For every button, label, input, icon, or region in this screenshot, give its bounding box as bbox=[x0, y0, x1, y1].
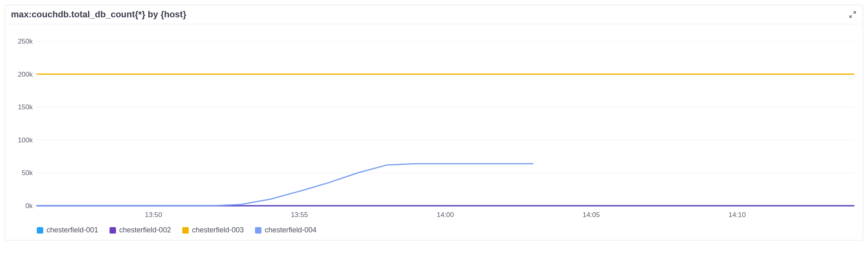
chart-widget: max:couchdb.total_db_count{*} by {host} … bbox=[5, 5, 863, 240]
y-tick-label: 250k bbox=[18, 38, 33, 45]
legend-label: chesterfield-003 bbox=[192, 226, 244, 234]
x-tick-label: 13:50 bbox=[145, 211, 162, 219]
series-line-chesterfield-004[interactable] bbox=[37, 164, 533, 206]
legend-item-chesterfield-001[interactable]: chesterfield-001 bbox=[37, 226, 98, 234]
y-tick-label: 0k bbox=[25, 202, 33, 210]
x-tick-label: 14:05 bbox=[583, 211, 600, 219]
x-tick-label: 14:10 bbox=[729, 211, 746, 219]
legend-swatch bbox=[255, 227, 261, 234]
legend: chesterfield-001chesterfield-002chesterf… bbox=[5, 222, 863, 240]
legend-label: chesterfield-001 bbox=[46, 226, 98, 234]
chart-title: max:couchdb.total_db_count{*} by {host} bbox=[11, 9, 186, 20]
y-tick-label: 100k bbox=[18, 136, 33, 144]
legend-swatch bbox=[182, 227, 189, 234]
legend-item-chesterfield-004[interactable]: chesterfield-004 bbox=[255, 226, 316, 234]
expand-icon[interactable] bbox=[848, 10, 857, 19]
y-tick-label: 150k bbox=[18, 103, 33, 111]
x-tick-label: 13:55 bbox=[291, 211, 308, 219]
grid bbox=[37, 41, 854, 206]
y-tick-label: 50k bbox=[22, 169, 33, 177]
line-chart[interactable]: 0k50k100k150k200k250k13:5013:5514:0014:0… bbox=[11, 28, 858, 222]
widget-header: max:couchdb.total_db_count{*} by {host} bbox=[5, 5, 863, 24]
legend-swatch bbox=[37, 227, 43, 234]
y-tick-label: 200k bbox=[18, 71, 33, 78]
legend-item-chesterfield-003[interactable]: chesterfield-003 bbox=[182, 226, 244, 234]
legend-swatch bbox=[110, 227, 116, 234]
legend-label: chesterfield-002 bbox=[119, 226, 171, 234]
x-tick-label: 14:00 bbox=[437, 211, 454, 219]
legend-item-chesterfield-002[interactable]: chesterfield-002 bbox=[110, 226, 171, 234]
chart-area: 0k50k100k150k200k250k13:5013:5514:0014:0… bbox=[5, 24, 863, 222]
x-axis: 13:5013:5514:0014:0514:10 bbox=[145, 211, 746, 219]
legend-label: chesterfield-004 bbox=[265, 226, 316, 234]
